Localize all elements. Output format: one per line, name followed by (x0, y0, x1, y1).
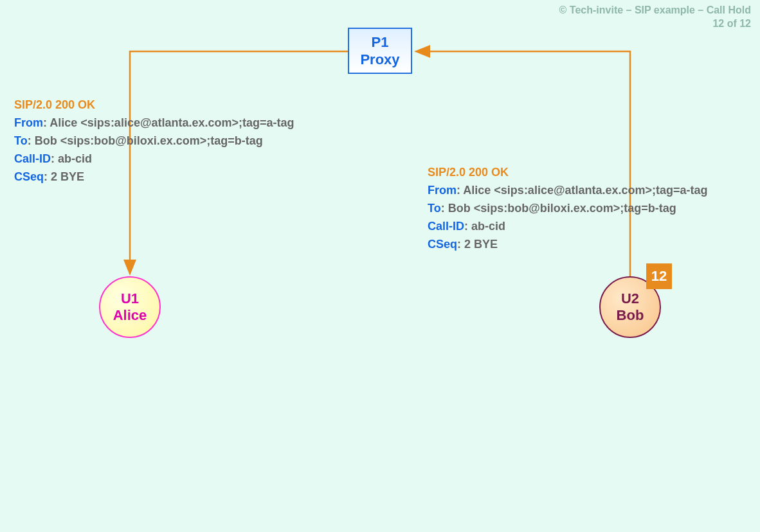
sip-to-label-left: To (14, 134, 28, 147)
sip-callid-value-right: : ab-cid (464, 220, 505, 233)
sip-cseq-label-left: CSeq (14, 170, 44, 183)
proxy-label: Proxy (349, 51, 411, 69)
node-u1-alice: U1 Alice (99, 276, 161, 338)
copyright-text: © Tech-invite – SIP example – Call Hold (559, 4, 751, 17)
sip-callid-left: Call-ID: ab-cid (14, 150, 294, 168)
sip-from-label-left: From (14, 116, 43, 129)
sip-cseq-right: CSeq: 2 BYE (428, 236, 708, 254)
step-badge: 12 (646, 263, 672, 289)
proxy-node: P1 Proxy (348, 28, 412, 74)
sip-cseq-value-right: : 2 BYE (457, 238, 498, 251)
sip-cseq-left: CSeq: 2 BYE (14, 168, 294, 186)
node-u2-name: Bob (617, 307, 644, 324)
sip-from-value-left: : Alice <sips:alice@atlanta.ex.com>;tag=… (43, 116, 294, 129)
sip-callid-label-left: Call-ID (14, 152, 51, 165)
sip-from-value-right: : Alice <sips:alice@atlanta.ex.com>;tag=… (457, 184, 708, 197)
proxy-id: P1 (349, 33, 411, 51)
sip-message-right: SIP/2.0 200 OK From: Alice <sips:alice@a… (428, 164, 708, 253)
sip-to-value-left: : Bob <sips:bob@biloxi.ex.com>;tag=b-tag (28, 134, 263, 147)
sip-from-right: From: Alice <sips:alice@atlanta.ex.com>;… (428, 182, 708, 200)
sip-message-left: SIP/2.0 200 OK From: Alice <sips:alice@a… (14, 96, 294, 186)
sip-callid-right: Call-ID: ab-cid (428, 218, 708, 236)
sip-cseq-value-left: : 2 BYE (44, 170, 84, 183)
sip-callid-value-left: : ab-cid (51, 152, 92, 165)
page-header: © Tech-invite – SIP example – Call Hold … (559, 4, 751, 31)
sip-to-value-right: : Bob <sips:bob@biloxi.ex.com>;tag=b-tag (441, 202, 676, 215)
page-counter: 12 of 12 (559, 17, 751, 31)
node-u1-name: Alice (113, 307, 147, 324)
sip-from-label-right: From (428, 184, 457, 197)
sip-to-left: To: Bob <sips:bob@biloxi.ex.com>;tag=b-t… (14, 132, 294, 150)
node-u1-id: U1 (121, 290, 139, 307)
sip-callid-label-right: Call-ID (428, 220, 464, 233)
node-u2-id: U2 (621, 290, 639, 307)
sip-from-left: From: Alice <sips:alice@atlanta.ex.com>;… (14, 114, 294, 132)
sip-to-right: To: Bob <sips:bob@biloxi.ex.com>;tag=b-t… (428, 200, 708, 218)
sip-cseq-label-right: CSeq (428, 238, 457, 251)
sip-to-label-right: To (428, 202, 441, 215)
sip-status-left: SIP/2.0 200 OK (14, 96, 294, 114)
sip-status-right: SIP/2.0 200 OK (428, 164, 708, 182)
